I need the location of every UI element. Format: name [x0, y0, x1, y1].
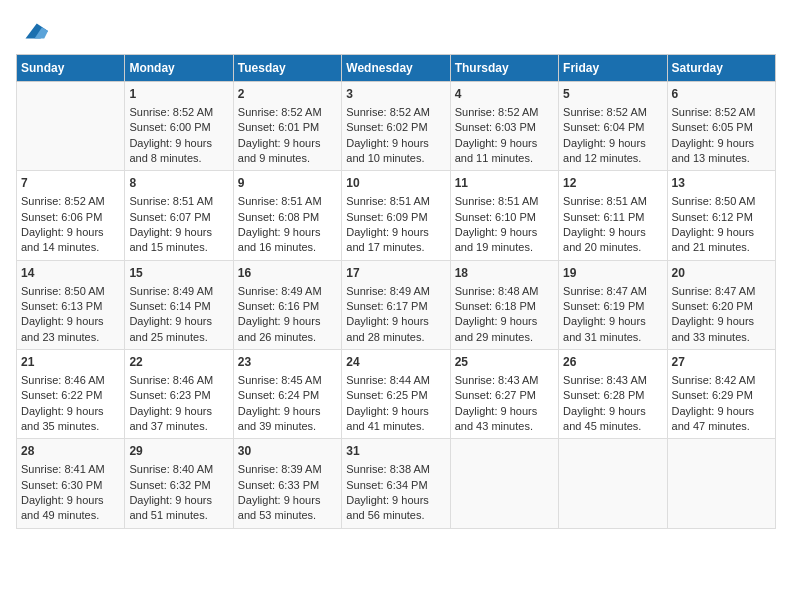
daylight-info: Daylight: 9 hours and 21 minutes.: [672, 225, 771, 256]
weekday-header-monday: Monday: [125, 55, 233, 82]
logo: [16, 16, 48, 46]
daylight-info: Daylight: 9 hours and 39 minutes.: [238, 404, 337, 435]
sunset-info: Sunset: 6:08 PM: [238, 210, 337, 225]
calendar-cell: [559, 439, 667, 528]
calendar-cell: 31Sunrise: 8:38 AMSunset: 6:34 PMDayligh…: [342, 439, 450, 528]
sunrise-info: Sunrise: 8:44 AM: [346, 373, 445, 388]
day-number: 14: [21, 265, 120, 282]
calendar-cell: 5Sunrise: 8:52 AMSunset: 6:04 PMDaylight…: [559, 82, 667, 171]
weekday-header-wednesday: Wednesday: [342, 55, 450, 82]
calendar-cell: 1Sunrise: 8:52 AMSunset: 6:00 PMDaylight…: [125, 82, 233, 171]
sunset-info: Sunset: 6:05 PM: [672, 120, 771, 135]
sunrise-info: Sunrise: 8:46 AM: [129, 373, 228, 388]
sunrise-info: Sunrise: 8:52 AM: [21, 194, 120, 209]
sunrise-info: Sunrise: 8:49 AM: [238, 284, 337, 299]
calendar-cell: 22Sunrise: 8:46 AMSunset: 6:23 PMDayligh…: [125, 350, 233, 439]
sunset-info: Sunset: 6:28 PM: [563, 388, 662, 403]
calendar-cell: 3Sunrise: 8:52 AMSunset: 6:02 PMDaylight…: [342, 82, 450, 171]
sunrise-info: Sunrise: 8:49 AM: [346, 284, 445, 299]
sunrise-info: Sunrise: 8:51 AM: [563, 194, 662, 209]
sunrise-info: Sunrise: 8:41 AM: [21, 462, 120, 477]
daylight-info: Daylight: 9 hours and 43 minutes.: [455, 404, 554, 435]
sunset-info: Sunset: 6:23 PM: [129, 388, 228, 403]
daylight-info: Daylight: 9 hours and 15 minutes.: [129, 225, 228, 256]
week-row-4: 21Sunrise: 8:46 AMSunset: 6:22 PMDayligh…: [17, 350, 776, 439]
sunset-info: Sunset: 6:12 PM: [672, 210, 771, 225]
calendar-cell: 2Sunrise: 8:52 AMSunset: 6:01 PMDaylight…: [233, 82, 341, 171]
daylight-info: Daylight: 9 hours and 12 minutes.: [563, 136, 662, 167]
day-number: 28: [21, 443, 120, 460]
sunrise-info: Sunrise: 8:50 AM: [672, 194, 771, 209]
day-number: 12: [563, 175, 662, 192]
sunset-info: Sunset: 6:34 PM: [346, 478, 445, 493]
daylight-info: Daylight: 9 hours and 33 minutes.: [672, 314, 771, 345]
calendar-cell: [17, 82, 125, 171]
day-number: 8: [129, 175, 228, 192]
sunset-info: Sunset: 6:06 PM: [21, 210, 120, 225]
calendar-cell: 29Sunrise: 8:40 AMSunset: 6:32 PMDayligh…: [125, 439, 233, 528]
day-number: 7: [21, 175, 120, 192]
calendar-cell: 21Sunrise: 8:46 AMSunset: 6:22 PMDayligh…: [17, 350, 125, 439]
sunrise-info: Sunrise: 8:52 AM: [346, 105, 445, 120]
day-number: 31: [346, 443, 445, 460]
sunrise-info: Sunrise: 8:52 AM: [129, 105, 228, 120]
sunset-info: Sunset: 6:00 PM: [129, 120, 228, 135]
day-number: 15: [129, 265, 228, 282]
calendar-cell: 13Sunrise: 8:50 AMSunset: 6:12 PMDayligh…: [667, 171, 775, 260]
sunrise-info: Sunrise: 8:39 AM: [238, 462, 337, 477]
sunrise-info: Sunrise: 8:52 AM: [455, 105, 554, 120]
calendar-table: SundayMondayTuesdayWednesdayThursdayFrid…: [16, 54, 776, 529]
daylight-info: Daylight: 9 hours and 17 minutes.: [346, 225, 445, 256]
day-number: 29: [129, 443, 228, 460]
sunrise-info: Sunrise: 8:51 AM: [238, 194, 337, 209]
daylight-info: Daylight: 9 hours and 25 minutes.: [129, 314, 228, 345]
calendar-cell: 25Sunrise: 8:43 AMSunset: 6:27 PMDayligh…: [450, 350, 558, 439]
sunset-info: Sunset: 6:03 PM: [455, 120, 554, 135]
weekday-header-friday: Friday: [559, 55, 667, 82]
day-number: 9: [238, 175, 337, 192]
sunset-info: Sunset: 6:02 PM: [346, 120, 445, 135]
daylight-info: Daylight: 9 hours and 14 minutes.: [21, 225, 120, 256]
day-number: 11: [455, 175, 554, 192]
week-row-5: 28Sunrise: 8:41 AMSunset: 6:30 PMDayligh…: [17, 439, 776, 528]
daylight-info: Daylight: 9 hours and 26 minutes.: [238, 314, 337, 345]
sunset-info: Sunset: 6:24 PM: [238, 388, 337, 403]
sunset-info: Sunset: 6:19 PM: [563, 299, 662, 314]
sunset-info: Sunset: 6:32 PM: [129, 478, 228, 493]
daylight-info: Daylight: 9 hours and 19 minutes.: [455, 225, 554, 256]
calendar-header: SundayMondayTuesdayWednesdayThursdayFrid…: [17, 55, 776, 82]
sunset-info: Sunset: 6:09 PM: [346, 210, 445, 225]
sunset-info: Sunset: 6:04 PM: [563, 120, 662, 135]
sunset-info: Sunset: 6:14 PM: [129, 299, 228, 314]
calendar-cell: 14Sunrise: 8:50 AMSunset: 6:13 PMDayligh…: [17, 260, 125, 349]
calendar-cell: [450, 439, 558, 528]
sunrise-info: Sunrise: 8:49 AM: [129, 284, 228, 299]
calendar-body: 1Sunrise: 8:52 AMSunset: 6:00 PMDaylight…: [17, 82, 776, 529]
daylight-info: Daylight: 9 hours and 49 minutes.: [21, 493, 120, 524]
calendar-cell: 18Sunrise: 8:48 AMSunset: 6:18 PMDayligh…: [450, 260, 558, 349]
daylight-info: Daylight: 9 hours and 45 minutes.: [563, 404, 662, 435]
day-number: 24: [346, 354, 445, 371]
sunrise-info: Sunrise: 8:52 AM: [563, 105, 662, 120]
day-number: 25: [455, 354, 554, 371]
sunrise-info: Sunrise: 8:51 AM: [129, 194, 228, 209]
weekday-header-saturday: Saturday: [667, 55, 775, 82]
daylight-info: Daylight: 9 hours and 13 minutes.: [672, 136, 771, 167]
day-number: 16: [238, 265, 337, 282]
daylight-info: Daylight: 9 hours and 35 minutes.: [21, 404, 120, 435]
sunset-info: Sunset: 6:11 PM: [563, 210, 662, 225]
sunset-info: Sunset: 6:13 PM: [21, 299, 120, 314]
daylight-info: Daylight: 9 hours and 47 minutes.: [672, 404, 771, 435]
calendar-cell: 6Sunrise: 8:52 AMSunset: 6:05 PMDaylight…: [667, 82, 775, 171]
day-number: 4: [455, 86, 554, 103]
calendar-cell: 8Sunrise: 8:51 AMSunset: 6:07 PMDaylight…: [125, 171, 233, 260]
calendar-cell: 15Sunrise: 8:49 AMSunset: 6:14 PMDayligh…: [125, 260, 233, 349]
calendar-cell: 23Sunrise: 8:45 AMSunset: 6:24 PMDayligh…: [233, 350, 341, 439]
week-row-3: 14Sunrise: 8:50 AMSunset: 6:13 PMDayligh…: [17, 260, 776, 349]
sunset-info: Sunset: 6:33 PM: [238, 478, 337, 493]
day-number: 19: [563, 265, 662, 282]
day-number: 26: [563, 354, 662, 371]
sunrise-info: Sunrise: 8:42 AM: [672, 373, 771, 388]
weekday-header-sunday: Sunday: [17, 55, 125, 82]
daylight-info: Daylight: 9 hours and 9 minutes.: [238, 136, 337, 167]
